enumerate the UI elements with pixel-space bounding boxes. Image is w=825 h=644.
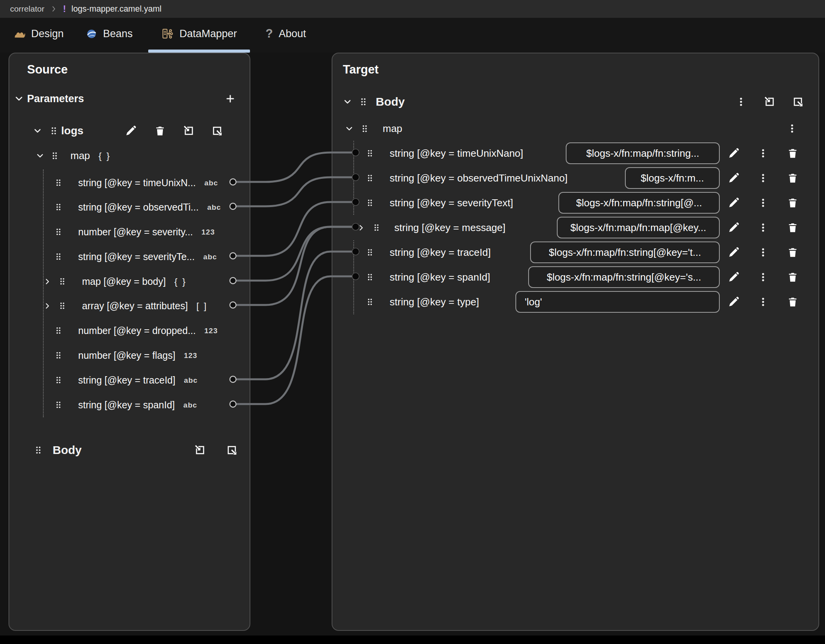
source-field-row[interactable]: string [@key = spanId] abc — [9, 392, 250, 417]
grip-dots-icon — [54, 178, 63, 187]
drag-handle[interactable] — [357, 120, 372, 137]
target-field-row[interactable]: string [@key = type] 'log' — [332, 289, 818, 314]
drag-handle[interactable] — [363, 169, 377, 187]
drag-handle[interactable] — [51, 198, 66, 216]
expand-field-button[interactable] — [355, 219, 367, 236]
source-field-row[interactable]: string [@key = severityTe... abc — [9, 244, 250, 269]
map-collapse-button[interactable] — [33, 147, 46, 164]
drag-handle[interactable] — [55, 297, 70, 315]
delete-mapping-button[interactable] — [784, 169, 801, 187]
drag-handle[interactable] — [31, 441, 46, 459]
delete-mapping-button[interactable] — [784, 268, 801, 286]
target-field-row[interactable]: string [@key = spanId] $logs-x/fn:map/fn… — [332, 265, 818, 289]
collapse-all-button[interactable] — [191, 441, 209, 459]
expression-input[interactable]: 'log' — [515, 291, 720, 313]
drag-handle[interactable] — [51, 396, 66, 414]
drag-handle[interactable] — [369, 219, 384, 236]
drag-handle[interactable] — [55, 272, 70, 290]
tab-datamapper[interactable]: DataMapper — [148, 18, 250, 50]
drag-handle[interactable] — [51, 248, 66, 265]
source-field-row[interactable]: array [@key = attributes] [ ] — [9, 293, 250, 318]
source-field-row[interactable]: number [@key = dropped... 123 — [9, 318, 250, 343]
breadcrumb-project[interactable]: correlator — [10, 4, 45, 14]
field-menu-button[interactable] — [754, 144, 772, 162]
delete-mapping-button[interactable] — [784, 243, 801, 261]
expand-all-button[interactable] — [789, 93, 807, 111]
source-field-row[interactable]: string [@key = traceId] abc — [9, 368, 250, 392]
field-menu-button[interactable] — [754, 243, 772, 261]
body-menu-button[interactable] — [732, 93, 750, 111]
parameters-collapse-button[interactable] — [10, 90, 28, 108]
delete-mapping-button[interactable] — [784, 293, 801, 311]
body-collapse-button[interactable] — [339, 93, 356, 111]
field-menu-button[interactable] — [754, 293, 772, 311]
expression-input[interactable]: $logs-x/fn:map/fn:string... — [566, 142, 720, 164]
tab-about[interactable]: ? About — [258, 18, 314, 50]
target-field-row[interactable]: string [@key = observedTimeUnixNano] $lo… — [332, 166, 818, 190]
drag-handle[interactable] — [363, 144, 377, 162]
expand-all-button[interactable] — [208, 122, 226, 140]
add-parameter-button[interactable] — [221, 90, 239, 108]
expand-field-button[interactable] — [41, 297, 53, 315]
delete-parameter-button[interactable] — [151, 122, 169, 140]
drag-handle[interactable] — [51, 346, 66, 364]
edit-expression-button[interactable] — [725, 268, 743, 286]
edit-parameter-button[interactable] — [122, 122, 140, 140]
drag-handle[interactable] — [363, 293, 377, 311]
tab-design[interactable]: Design — [8, 18, 70, 50]
source-field-row[interactable]: number [@key = severity... 123 — [9, 219, 250, 244]
drag-handle[interactable] — [51, 223, 66, 241]
edit-expression-button[interactable] — [725, 194, 743, 212]
source-body-row[interactable]: Body — [9, 438, 250, 462]
map-collapse-button[interactable] — [342, 120, 356, 137]
drag-handle[interactable] — [51, 322, 66, 339]
source-field-row[interactable]: map [@key = body] { } — [9, 269, 250, 294]
kebab-icon — [787, 123, 797, 134]
logs-collapse-button[interactable] — [29, 122, 46, 140]
drag-handle[interactable] — [363, 243, 377, 261]
parameter-row-logs[interactable]: logs — [9, 118, 250, 143]
target-field-row-message[interactable]: string [@key = message] $logs-x/fn:map/f… — [332, 215, 818, 240]
map-menu-button[interactable] — [783, 120, 801, 137]
expand-all-button[interactable] — [223, 441, 241, 459]
source-field-row[interactable]: string [@key = timeUnixN... abc — [9, 170, 250, 195]
expression-input[interactable]: $logs-x/fn:map/fn:string[@... — [558, 192, 720, 214]
drag-handle[interactable] — [47, 147, 62, 164]
expand-field-button[interactable] — [41, 272, 53, 290]
field-menu-button[interactable] — [754, 219, 772, 236]
expression-input[interactable]: $logs-x/fn:map/fn:string[@key='t... — [530, 242, 720, 263]
source-field-row[interactable]: string [@key = observedTi... abc — [9, 195, 250, 219]
collapse-all-button[interactable] — [761, 93, 779, 111]
tab-beans[interactable]: Beans — [81, 18, 137, 50]
field-menu-button[interactable] — [754, 194, 772, 212]
field-menu-button[interactable] — [754, 268, 772, 286]
drag-handle[interactable] — [51, 371, 66, 389]
delete-mapping-button[interactable] — [784, 219, 801, 236]
field-menu-button[interactable] — [754, 169, 772, 187]
delete-mapping-button[interactable] — [784, 144, 801, 162]
drag-handle[interactable] — [51, 174, 66, 192]
tab-design-label: Design — [31, 28, 63, 40]
target-map-row[interactable]: map — [332, 116, 818, 141]
drag-handle[interactable] — [356, 93, 371, 111]
drag-handle[interactable] — [363, 194, 377, 212]
expression-input[interactable]: $logs-x/fn:map/fn:string[@key='s... — [528, 266, 720, 288]
source-field-row[interactable]: number [@key = flags] 123 — [9, 343, 250, 368]
expression-input[interactable]: $logs-x/fn:m... — [625, 167, 720, 189]
target-body-row[interactable]: Body — [332, 89, 818, 114]
collapse-all-button[interactable] — [180, 122, 198, 140]
target-field-row[interactable]: string [@key = traceId] $logs-x/fn:map/f… — [332, 240, 818, 265]
edit-expression-button[interactable] — [725, 144, 743, 162]
drag-handle[interactable] — [363, 268, 377, 286]
edit-expression-button[interactable] — [725, 243, 743, 261]
edit-expression-button[interactable] — [725, 169, 743, 187]
drag-handle[interactable] — [45, 122, 63, 140]
source-map-row[interactable]: map { } — [9, 143, 250, 168]
chevron-right-icon — [43, 301, 52, 310]
edit-expression-button[interactable] — [725, 293, 743, 311]
expression-input[interactable]: $logs-x/fn:map/fn:map[@key... — [557, 217, 720, 238]
delete-mapping-button[interactable] — [784, 194, 801, 212]
target-field-row[interactable]: string [@key = severityText] $logs-x/fn:… — [332, 190, 818, 215]
target-field-row[interactable]: string [@key = timeUnixNano] $logs-x/fn:… — [332, 141, 818, 166]
edit-expression-button[interactable] — [725, 219, 743, 236]
